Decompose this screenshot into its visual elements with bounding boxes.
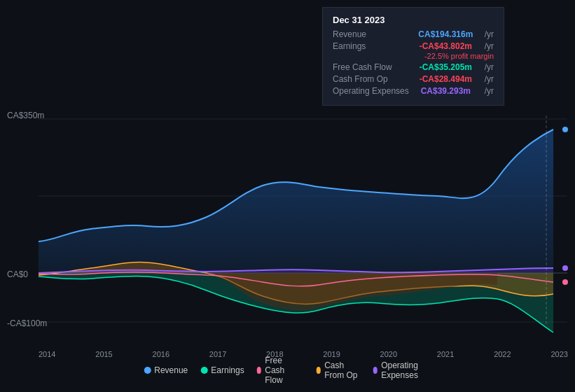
legend-label-revenue: Revenue: [154, 365, 188, 375]
legend-label-cashop: Cash From Op: [324, 360, 360, 380]
x-tick-2023: 2023: [550, 350, 567, 358]
tooltip-value-revenue: CA$194.316m: [418, 29, 473, 39]
legend-cashop: Cash From Op: [317, 360, 361, 380]
legend-dot-revenue: [144, 367, 151, 374]
legend-label-fcf: Free Cash Flow: [265, 356, 303, 385]
tooltip-label-opex: Operating Expenses: [333, 86, 410, 96]
x-tick-2021: 2021: [437, 350, 454, 358]
tooltip-label-earnings: Earnings: [333, 41, 410, 51]
legend-opex: Operating Expenses: [373, 360, 431, 380]
legend-dot-earnings: [200, 367, 207, 374]
x-tick-2022: 2022: [494, 350, 511, 358]
chart-legend: Revenue Earnings Free Cash Flow Cash Fro…: [144, 356, 431, 385]
tooltip-row-revenue: Revenue CA$194.316m /yr: [333, 29, 494, 39]
chart-container: Dec 31 2023 Revenue CA$194.316m /yr Earn…: [0, 0, 575, 392]
tooltip-label-revenue: Revenue: [333, 29, 410, 39]
legend-fcf: Free Cash Flow: [257, 356, 304, 385]
legend-dot-cashop: [317, 367, 321, 374]
svg-point-7: [562, 265, 568, 271]
chart-svg: [0, 108, 575, 382]
tooltip-row-fcf: Free Cash Flow -CA$35.205m /yr: [333, 62, 494, 72]
tooltip-value-earnings: -CA$43.802m: [420, 41, 472, 51]
legend-dot-fcf: [257, 367, 262, 374]
tooltip-box: Dec 31 2023 Revenue CA$194.316m /yr Earn…: [322, 7, 504, 106]
tooltip-value-cashop: -CA$28.494m: [420, 74, 472, 84]
legend-label-opex: Operating Expenses: [381, 360, 431, 380]
legend-earnings: Earnings: [200, 365, 244, 375]
x-tick-2015: 2015: [95, 350, 112, 358]
legend-dot-opex: [373, 367, 378, 374]
tooltip-value-opex: CA$39.293m: [421, 86, 471, 96]
tooltip-value-fcf: -CA$35.205m: [420, 62, 472, 72]
tooltip-row-cashop: Cash From Op -CA$28.494m /yr: [333, 74, 494, 84]
profit-margin: -22.5% profit margin: [424, 52, 494, 60]
tooltip-label-cashop: Cash From Op: [333, 74, 410, 84]
tooltip-label-fcf: Free Cash Flow: [333, 62, 410, 72]
svg-point-6: [562, 127, 568, 132]
svg-point-8: [562, 279, 568, 285]
tooltip-row-earnings: Earnings -CA$43.802m /yr: [333, 41, 494, 51]
tooltip-row-opex: Operating Expenses CA$39.293m /yr: [333, 86, 494, 96]
x-tick-2014: 2014: [39, 350, 55, 358]
tooltip-date: Dec 31 2023: [333, 15, 494, 25]
tooltip-sub-margin: -22.5% profit margin: [333, 52, 494, 60]
legend-label-earnings: Earnings: [211, 365, 244, 375]
legend-revenue: Revenue: [144, 365, 188, 375]
